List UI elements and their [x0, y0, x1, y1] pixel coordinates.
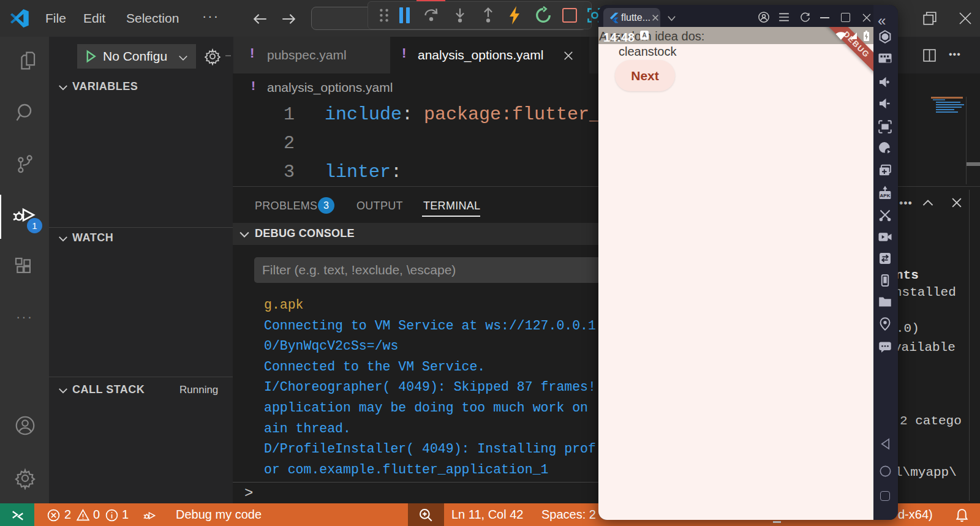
svg-text:APK: APK [880, 193, 891, 198]
